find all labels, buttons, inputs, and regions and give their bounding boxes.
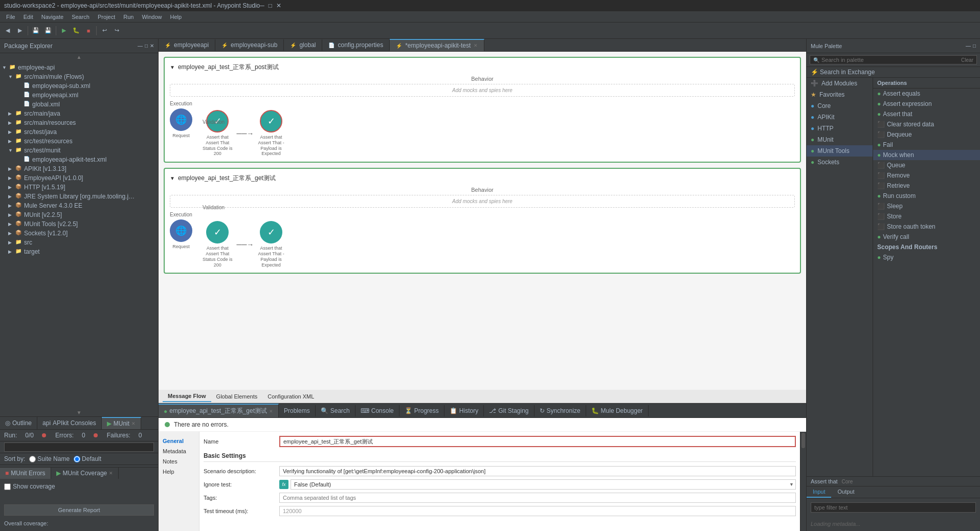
palette-core[interactable]: ● Core — [807, 100, 873, 112]
name-input[interactable] — [279, 436, 796, 447]
toolbar-undo[interactable]: ↩ — [99, 25, 110, 36]
tree-item-munit-tools[interactable]: ▶ 📦 MUnit Tools [v2.2.5] — [0, 219, 158, 229]
menu-file[interactable]: File — [2, 13, 19, 21]
tree-item-sockets[interactable]: ▶ 📦 Sockets [v1.2.0] — [0, 229, 158, 238]
nav-help[interactable]: Help — [163, 467, 195, 477]
op-spy[interactable]: ● Spy — [873, 252, 980, 262]
palette-munit-tools[interactable]: ● MUnit Tools — [807, 145, 873, 157]
menu-project[interactable]: Project — [94, 13, 119, 21]
menu-search[interactable]: Search — [68, 13, 94, 21]
assert-status-node-get[interactable]: ✓ Assert thatAssert ThatStatus Code is20… — [203, 221, 233, 268]
tab-close-icon[interactable]: ✕ — [474, 43, 478, 48]
tree-item-employee-api[interactable]: ▼ 📁 employee-api — [0, 63, 158, 72]
op-assert-expression[interactable]: ● Assert expression — [873, 99, 980, 109]
munit-filter-input[interactable] — [4, 442, 154, 452]
show-coverage-checkbox[interactable] — [4, 483, 11, 490]
op-queue[interactable]: ⬛ Queue — [873, 160, 980, 170]
show-coverage-label[interactable]: Show coverage — [4, 483, 154, 490]
op-clear-stored-data[interactable]: ⬛ Clear stored data — [873, 119, 980, 129]
tree-item-target[interactable]: ▶ 📁 target — [0, 247, 158, 256]
tree-item-employeeapi-sub[interactable]: 📄 employeeapi-sub.xml — [0, 81, 158, 91]
search-exchange-btn[interactable]: ⚡ Search in Exchange — [811, 69, 875, 75]
tab-munit[interactable]: ▶ MUnit ✕ — [102, 417, 141, 429]
menu-edit[interactable]: Edit — [19, 13, 37, 21]
nav-metadata[interactable]: Metadata — [163, 446, 195, 456]
op-run-custom[interactable]: ● Run custom — [873, 191, 980, 201]
op-store-oauth-token[interactable]: ⬛ Store oauth token — [873, 222, 980, 232]
tab-input[interactable]: Input — [807, 486, 831, 498]
tags-input[interactable] — [279, 493, 796, 503]
tab-munit-close[interactable]: ✕ — [131, 421, 136, 426]
clear-btn[interactable]: Clear — [961, 57, 973, 63]
menu-window[interactable]: Window — [138, 13, 166, 21]
tab-munit-coverage[interactable]: ▶ MUnit Coverage ✕ — [51, 468, 119, 479]
title-bar-controls[interactable]: ─ □ ✕ — [260, 2, 281, 9]
tree-item-jre[interactable]: ▶ 📦 JRE System Library [org.mule.tooling… — [0, 192, 158, 201]
scenario-input[interactable] — [279, 466, 796, 476]
sort-suite-name[interactable]: Suite Name — [29, 455, 70, 462]
palette-max-btn[interactable]: □ — [973, 43, 976, 49]
panel-collapse-btn[interactable]: — — [138, 43, 143, 49]
palette-sockets[interactable]: ● Sockets — [807, 157, 873, 168]
nav-general[interactable]: General — [163, 436, 195, 446]
coverage-close[interactable]: ✕ — [109, 471, 113, 476]
tree-item-http[interactable]: ▶ 📦 HTTP [v1.5.19] — [0, 183, 158, 192]
toolbar-stop[interactable]: ■ — [83, 25, 94, 36]
tree-item-apikit[interactable]: ▶ 📦 APIKit [v1.3.13] — [0, 164, 158, 173]
op-retrieve[interactable]: ⬛ Retrieve — [873, 181, 980, 191]
tree-item-global-xml[interactable]: 📄 global.xml — [0, 100, 158, 109]
menu-run[interactable]: Run — [119, 13, 138, 21]
palette-add-modules[interactable]: ➕ Add Modules — [807, 78, 873, 89]
tree-item-src-test-munit[interactable]: ▼ 📁 src/test/munit — [0, 146, 158, 155]
bottom-tab-get-test[interactable]: ● employee_api_test_正常系_get测试 ✕ — [159, 404, 279, 417]
tree-item-mule-server[interactable]: ▶ 📦 Mule Server 4.3.0 EE — [0, 201, 158, 210]
bottom-tab-mule-debugger[interactable]: 🐛 Mule Debugger — [586, 405, 649, 416]
sort-default-radio[interactable] — [74, 456, 80, 462]
tab-config-properties[interactable]: 📄 config.properties — [322, 39, 390, 51]
palette-apikit[interactable]: ● APIKit — [807, 112, 873, 123]
op-assert-equals[interactable]: ● Assert equals — [873, 88, 980, 99]
tree-item-src[interactable]: ▶ 📁 src — [0, 238, 158, 247]
mf-tab-config-xml[interactable]: Configuration XML — [262, 391, 319, 402]
bottom-tab-progress[interactable]: ⏳ Progress — [399, 405, 444, 416]
toolbar-save[interactable]: 💾 — [30, 25, 41, 36]
tab-output[interactable]: Output — [831, 486, 860, 498]
bottom-tab-history[interactable]: 📋 History — [444, 405, 484, 416]
scroll-down-arrow[interactable]: ▼ — [0, 409, 158, 416]
tab-employeeapi[interactable]: ⚡ employeeapi — [159, 39, 215, 51]
toolbar-forward[interactable]: ▶ — [14, 25, 26, 36]
toolbar-redo[interactable]: ↪ — [111, 25, 122, 36]
bottom-tab-close[interactable]: ✕ — [269, 409, 273, 414]
minimize-btn[interactable]: ─ — [260, 2, 264, 9]
assert-status-node-post[interactable]: ✓ Assert thatAssert ThatStatus Code is20… — [203, 110, 233, 157]
menu-navigate[interactable]: Navigate — [37, 13, 68, 21]
scroll-thumb[interactable] — [801, 433, 805, 448]
bottom-tab-search[interactable]: 🔍 Search — [316, 405, 355, 416]
tree-item-src-test-resources[interactable]: ▶ 📁 src/test/resources — [0, 137, 158, 146]
ignore-select[interactable]: False (Default) True — [291, 479, 796, 490]
flow-expand-get-icon[interactable]: ▼ — [170, 175, 175, 181]
bottom-tab-console[interactable]: ⌨ Console — [355, 405, 399, 416]
toolbar-debug[interactable]: 🐛 — [71, 25, 82, 36]
sort-default[interactable]: Default — [74, 455, 101, 462]
op-dequeue[interactable]: ⬛ Dequeue — [873, 129, 980, 140]
maximize-btn[interactable]: □ — [269, 2, 272, 9]
filter-input[interactable] — [811, 502, 976, 513]
tab-outline[interactable]: ◎ Outline — [0, 417, 37, 429]
tree-item-employee-api-jar[interactable]: ▶ 📦 EmployeeAPI [v1.0.0] — [0, 173, 158, 183]
scroll-up-arrow[interactable]: ▲ — [0, 53, 158, 61]
close-btn[interactable]: ✕ — [276, 2, 281, 9]
vertical-scroll[interactable] — [800, 432, 806, 531]
tab-munit-errors[interactable]: ■ MUnit Errors — [0, 468, 51, 479]
toolbar-back[interactable]: ◀ — [2, 25, 13, 36]
palette-http[interactable]: ● HTTP — [807, 123, 873, 134]
search-palette-input[interactable] — [821, 57, 959, 63]
tree-item-src-main-resources[interactable]: ▶ 📁 src/main/resources — [0, 118, 158, 127]
tree-item-src-main-java[interactable]: ▶ 📁 src/main/java — [0, 109, 158, 118]
op-fail[interactable]: ● Fail — [873, 140, 980, 150]
bottom-tab-git-staging[interactable]: ⎇ Git Staging — [484, 405, 534, 416]
tree-item-employeeapi-xml[interactable]: 📄 employeeapi.xml — [0, 91, 158, 100]
bottom-tab-synchronize[interactable]: ↻ Synchronize — [534, 405, 586, 416]
flow-expand-icon[interactable]: ▼ — [170, 64, 175, 70]
tab-employeeapi-sub[interactable]: ⚡ employeeapi-sub — [215, 39, 284, 51]
